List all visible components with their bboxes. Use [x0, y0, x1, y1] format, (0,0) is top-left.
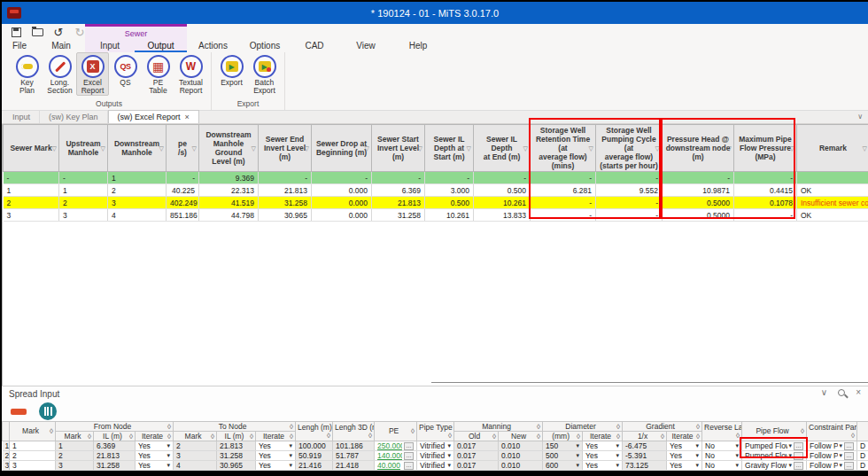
spread-cell-man_new[interactable]: 0.010: [499, 441, 543, 451]
spread-cell-to_il[interactable]: 21.813: [217, 441, 256, 451]
column-header-reverse-labeling[interactable]: Reverse Labeling◊: [702, 422, 742, 441]
dropdown-arrow-icon[interactable]: ▾: [616, 462, 620, 469]
dropdown-arrow-icon[interactable]: ▾: [167, 442, 170, 449]
spread-cell-man_new[interactable]: 0.010: [499, 461, 543, 471]
spread-cell-clip[interactable]: D: [857, 441, 868, 451]
ribbon-tab-output[interactable]: Output: [135, 40, 187, 52]
dropdown-arrow-icon[interactable]: ▾: [789, 462, 793, 469]
spread-cell-len[interactable]: 50.919: [296, 451, 333, 461]
column-header-pipe-flow[interactable]: Pipe Flow◊: [742, 422, 807, 441]
column-header-pressure-head[interactable]: Pressure Head @ downstream node (m)▽: [663, 125, 734, 172]
column-header-pe[interactable]: pe /s)▽: [167, 125, 199, 172]
sort-icon[interactable]: ◊: [696, 423, 700, 431]
dropdown-arrow-icon[interactable]: ▾: [290, 442, 293, 449]
filter-funnel-icon[interactable]: ▽: [655, 144, 660, 153]
dropdown-arrow-icon[interactable]: ▾: [789, 452, 793, 459]
sort-icon[interactable]: ◊: [616, 433, 620, 441]
spread-cell-to_il[interactable]: 30.965: [217, 461, 256, 471]
textual-report-button[interactable]: Textual Report: [174, 52, 207, 96]
ellipsis-button[interactable]: ...: [844, 442, 854, 450]
filter-funnel-icon[interactable]: ▽: [192, 144, 197, 153]
column-header-constraint-parameters[interactable]: Constraint Parameters◊: [807, 422, 857, 441]
sort-icon[interactable]: ◊: [801, 427, 804, 435]
sort-icon[interactable]: ◊: [577, 433, 580, 441]
column-header-sewer-drop-at[interactable]: Sewer Drop at Beginning (m)▽: [312, 125, 372, 172]
spread-cell-man_old[interactable]: 0.017: [454, 461, 499, 471]
spread-cell-to_mark[interactable]: 4: [174, 461, 217, 471]
column-header-maximum-pipe[interactable]: Maximum Pipe Flow Pressure (MPa)▽: [734, 125, 797, 172]
ribbon-tab-actions[interactable]: Actions: [187, 40, 239, 52]
dropdown-arrow-icon[interactable]: ▾: [577, 462, 580, 469]
sort-icon[interactable]: ◊: [88, 433, 91, 441]
column-header-pipe-type[interactable]: Pipe Type◊: [417, 422, 454, 441]
dropdown-arrow-icon[interactable]: ▾: [577, 442, 580, 449]
filter-funnel-icon[interactable]: ▽: [589, 144, 593, 153]
group-header-to-node[interactable]: To Node◊: [174, 422, 296, 432]
sort-icon[interactable]: ◊: [537, 423, 540, 431]
sub-header-iterate[interactable]: Iterate◊: [256, 432, 296, 441]
filter-funnel-icon[interactable]: ▽: [252, 144, 256, 153]
sub-header-1-x[interactable]: 1/x◊: [623, 432, 667, 441]
spread-cell-to_il[interactable]: 31.258: [217, 451, 256, 461]
sub-header-new[interactable]: New◊: [499, 432, 543, 441]
table-row[interactable]: 223402.24941.51931.2580.00021.8130.50010…: [4, 197, 868, 209]
sort-icon[interactable]: ◊: [368, 432, 372, 440]
sort-icon[interactable]: ◊: [736, 432, 740, 440]
filter-funnel-icon[interactable]: ▽: [365, 144, 369, 153]
spread-cell-to_it[interactable]: Yes▾: [256, 451, 296, 461]
column-header-pe[interactable]: PE◊: [375, 422, 417, 441]
sort-icon[interactable]: ◊: [696, 433, 700, 441]
spread-cell-dia_it[interactable]: Yes▾: [583, 441, 623, 451]
column-header-upstream[interactable]: Upstream Manhole▽: [59, 125, 108, 172]
spread-cell-clip[interactable]: D: [857, 451, 868, 461]
sub-header-mark[interactable]: Mark◊: [56, 432, 94, 441]
dropdown-arrow-icon[interactable]: ▾: [448, 462, 452, 469]
sub-header-il-m[interactable]: IL (m)◊: [94, 432, 136, 441]
sub-header-il-m[interactable]: IL (m)◊: [217, 432, 256, 441]
group-header-diameter[interactable]: Diameter◊: [543, 422, 623, 432]
undo-button[interactable]: ↺: [51, 26, 66, 38]
dropdown-arrow-icon[interactable]: ▾: [696, 452, 700, 459]
spread-cell-from_it[interactable]: Yes▾: [136, 441, 174, 451]
spread-cell-to_it[interactable]: Yes▾: [256, 461, 296, 471]
spread-cell-rev[interactable]: No▾: [702, 451, 742, 461]
filter-funnel-icon[interactable]: ▽: [863, 144, 867, 153]
spread-cell-grad_it[interactable]: Yes▾: [667, 461, 702, 471]
spread-cell-grad_it[interactable]: Yes▾: [667, 451, 702, 461]
spread-cell-grad[interactable]: 73.125: [623, 461, 667, 471]
column-header-lengh-m[interactable]: Lengh (m)◊: [296, 422, 333, 441]
qs-button[interactable]: QS: [109, 52, 142, 88]
sub-header-mark[interactable]: Mark◊: [174, 432, 217, 441]
sort-icon[interactable]: ◊: [211, 433, 214, 441]
table-row[interactable]: 334851.18644.79830.9650.00031.25810.2611…: [4, 209, 868, 222]
spread-cell-man_old[interactable]: 0.017: [454, 451, 499, 461]
spread-cell-dia_it[interactable]: Yes▾: [583, 461, 623, 471]
spread-cell-cons[interactable]: Follow Param...▾...: [807, 461, 857, 471]
dropdown-arrow-icon[interactable]: ▾: [840, 442, 843, 449]
ribbon-tab-options[interactable]: Options: [239, 40, 291, 52]
table-row[interactable]: 11240.22522.31321.8130.0006.3693.0000.50…: [4, 184, 868, 197]
column-chooser-icon[interactable]: [39, 402, 57, 420]
spread-cell-pe[interactable]: 250.000...: [375, 441, 417, 451]
batch-export-button[interactable]: Batch Export: [248, 52, 281, 96]
spread-cell-from_il[interactable]: 21.813: [94, 451, 136, 461]
ribbon-tab-input[interactable]: Input: [85, 40, 135, 52]
sub-header-iterate[interactable]: Iterate◊: [667, 432, 702, 441]
column-header-lengh-3d-m[interactable]: Lengh 3D (m)◊: [333, 422, 375, 441]
dropdown-arrow-icon[interactable]: ▾: [736, 452, 740, 459]
doc-tab-input[interactable]: Input: [4, 110, 40, 123]
dropdown-arrow-icon[interactable]: ▾: [736, 462, 740, 469]
column-header-downstream[interactable]: Downstream Manhole Ground Level (m)▽: [199, 125, 259, 172]
sort-icon[interactable]: ◊: [50, 427, 53, 435]
filter-funnel-icon[interactable]: ▽: [101, 144, 105, 153]
export-button[interactable]: Export: [215, 52, 248, 88]
pe-value-link[interactable]: 140.000: [377, 451, 402, 460]
sort-icon[interactable]: ◊: [167, 423, 171, 431]
sort-icon[interactable]: ◊: [327, 432, 330, 440]
dropdown-arrow-icon[interactable]: ▾: [696, 442, 700, 449]
spread-cell-man_old[interactable]: 0.017: [454, 441, 499, 451]
spread-cell-pe[interactable]: 140.000...: [375, 451, 417, 461]
sort-icon[interactable]: ◊: [616, 423, 620, 431]
spread-cell-from_mark[interactable]: 3: [56, 461, 94, 471]
sort-icon[interactable]: ◊: [492, 433, 496, 441]
